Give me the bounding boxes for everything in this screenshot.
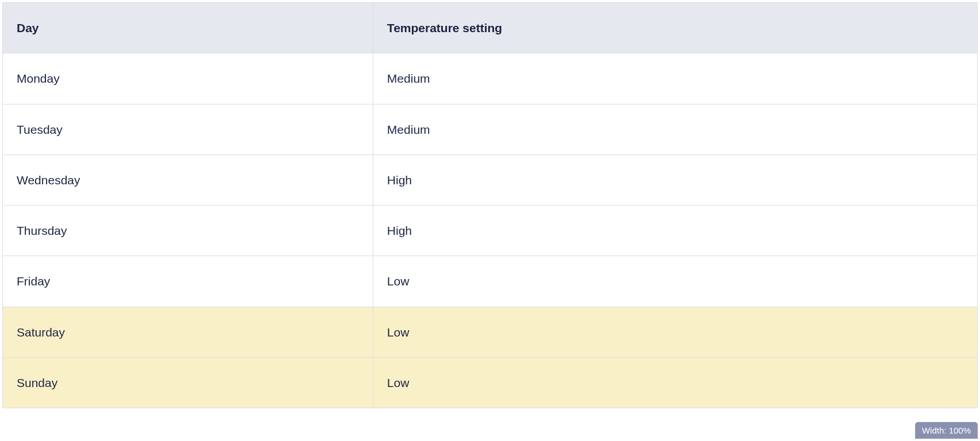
col-header-day: Day — [3, 3, 373, 53]
table-row: WednesdayHigh — [3, 154, 978, 205]
table-row: MondayMedium — [3, 53, 978, 104]
table-row: SaturdayLow — [3, 307, 978, 357]
cell-day: Sunday — [3, 358, 373, 408]
cell-day: Thursday — [3, 206, 373, 256]
cell-day: Tuesday — [3, 104, 373, 154]
table-row: FridayLow — [3, 256, 978, 307]
cell-setting: High — [373, 206, 977, 256]
table-row: SundayLow — [3, 358, 978, 408]
cell-day: Saturday — [3, 307, 373, 357]
temperature-schedule-table: Day Temperature setting MondayMediumTues… — [2, 2, 978, 408]
cell-day: Wednesday — [3, 154, 373, 205]
table-header-row: Day Temperature setting — [3, 3, 978, 53]
table-row: ThursdayHigh — [3, 206, 978, 256]
cell-setting: Medium — [373, 104, 977, 154]
cell-day: Monday — [3, 53, 373, 104]
table-row: TuesdayMedium — [3, 104, 978, 154]
cell-day: Friday — [3, 256, 373, 307]
cell-setting: High — [373, 154, 977, 205]
temperature-schedule-table-wrapper: Day Temperature setting MondayMediumTues… — [2, 2, 978, 408]
col-header-setting: Temperature setting — [373, 3, 977, 53]
cell-setting: Low — [373, 358, 977, 408]
cell-setting: Low — [373, 256, 977, 307]
cell-setting: Medium — [373, 53, 977, 104]
cell-setting: Low — [373, 307, 977, 357]
